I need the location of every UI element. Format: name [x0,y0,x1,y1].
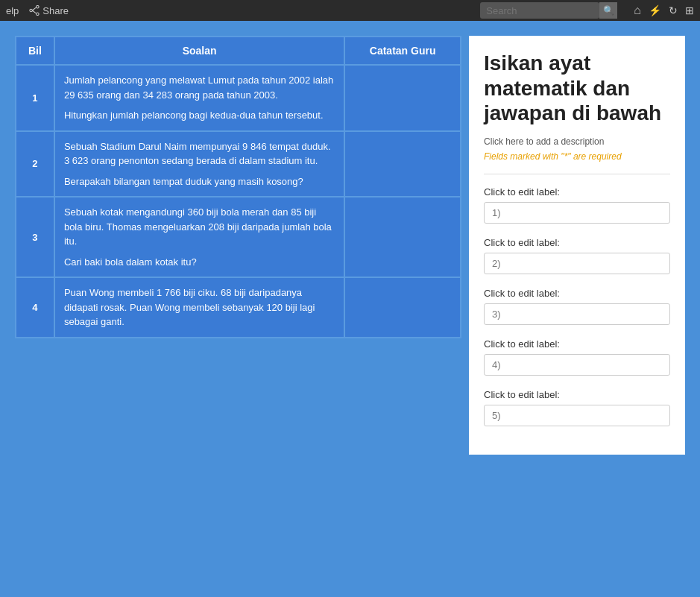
field-label-4[interactable]: Click to edit label: [484,338,670,350]
panel-required: Fields marked with "*" are required [484,151,670,162]
question-line: Sebuah kotak mengandungi 360 biji bola m… [64,205,335,249]
row-number: 3 [16,197,54,277]
row-catatan [344,131,461,198]
field-label-1[interactable]: Click to edit label: [484,186,670,198]
field-input-2[interactable] [484,253,670,274]
question-line: Jumlah pelancong yang melawat Lumut pada… [64,73,335,102]
table-row: 2Sebuah Stadium Darul Naim mempunyai 9 8… [16,131,461,198]
row-catatan [344,197,461,277]
svg-line-4 [33,10,37,13]
field-input-1[interactable] [484,202,670,224]
home-icon[interactable]: ⌂ [634,4,641,17]
field-input-3[interactable] [484,303,670,325]
question-line: Hitungkan jumlah pelancong bagi kedua-du… [64,108,335,123]
question-line: Berapakah bilangan tempat duduk yang mas… [64,174,335,189]
svg-point-2 [30,9,33,12]
col-catatan: Catatan Guru [344,37,461,65]
field-label-2[interactable]: Click to edit label: [484,237,670,248]
help-label[interactable]: elp [6,5,19,16]
right-panel: Isikan ayat matematik dan jawapan di baw… [469,36,685,455]
flash-icon[interactable]: ⚡ [649,4,661,16]
table-section: Bil Soalan Catatan Guru 1Jumlah pelancon… [15,36,461,455]
questions-table: Bil Soalan Catatan Guru 1Jumlah pelancon… [15,36,461,338]
table-row: 4Puan Wong membeli 1 766 biji ciku. 68 b… [16,277,461,338]
topbar-left: elp Share [6,5,69,16]
field-group-3: Click to edit label: [484,288,670,325]
field-group-1: Click to edit label: [484,186,670,224]
row-number: 2 [16,131,54,198]
search-icon: 🔍 [603,5,614,16]
row-soalan: Puan Wong membeli 1 766 biji ciku. 68 bi… [54,277,344,338]
row-soalan: Sebuah Stadium Darul Naim mempunyai 9 84… [54,131,344,198]
row-catatan [344,277,461,338]
row-catatan [344,65,461,131]
share-icon [29,5,40,16]
main-content: Bil Soalan Catatan Guru 1Jumlah pelancon… [0,21,700,470]
refresh-icon[interactable]: ↻ [669,4,678,16]
question-line: Sebuah Stadium Darul Naim mempunyai 9 84… [64,139,335,168]
topbar-icons: ⌂ ⚡ ↻ ⊞ [634,4,694,17]
field-label-5[interactable]: Click to edit label: [484,389,670,400]
field-group-5: Click to edit label: [484,389,670,426]
svg-point-0 [37,5,40,8]
row-soalan: Sebuah kotak mengandungi 360 biji bola m… [54,197,344,277]
svg-point-1 [37,13,40,16]
row-number: 4 [16,277,54,338]
table-row: 3Sebuah kotak mengandungi 360 biji bola … [16,197,461,277]
table-row: 1Jumlah pelancong yang melawat Lumut pad… [16,65,461,131]
field-group-2: Click to edit label: [484,237,670,274]
share-button[interactable]: Share [29,5,69,16]
topbar: elp Share 🔍 ⌂ ⚡ ↻ ⊞ [0,0,700,21]
field-label-3[interactable]: Click to edit label: [484,288,670,299]
divider [484,174,670,174]
row-number: 1 [16,65,54,131]
search-input[interactable] [480,2,599,19]
svg-line-3 [33,7,37,10]
fields-container: Click to edit label:Click to edit label:… [484,186,670,426]
panel-description[interactable]: Click here to add a description [484,136,670,147]
row-soalan: Jumlah pelancong yang melawat Lumut pada… [54,65,344,131]
field-group-4: Click to edit label: [484,338,670,376]
search-button[interactable]: 🔍 [599,2,617,19]
question-line: Puan Wong membeli 1 766 biji ciku. 68 bi… [64,285,335,329]
share-label: Share [42,5,69,16]
panel-title: Isikan ayat matematik dan jawapan di baw… [484,51,670,126]
search-area: 🔍 [480,2,617,19]
field-input-5[interactable] [484,405,670,426]
field-input-4[interactable] [484,354,670,376]
col-soalan: Soalan [54,37,344,65]
col-bil: Bil [16,37,54,65]
grid-icon[interactable]: ⊞ [685,4,694,16]
question-line: Cari baki bola dalam kotak itu? [64,255,335,270]
